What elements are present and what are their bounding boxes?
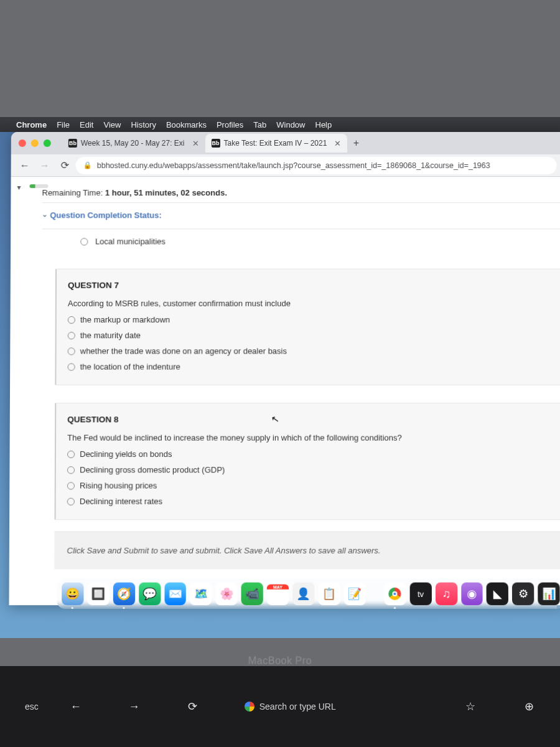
option-b[interactable]: Declining gross domestic product (GDP) <box>67 462 551 477</box>
tab-label: Take Test: Exit Exam IV – 2021 <box>223 139 327 148</box>
close-tab-icon[interactable]: ✕ <box>330 139 341 148</box>
option-label: Declining interest rates <box>80 497 162 506</box>
option-label: the location of the indenture <box>80 362 180 372</box>
tab-label: Week 15, May 20 - May 27: Exi <box>81 139 185 148</box>
close-window-button[interactable] <box>19 139 26 147</box>
option-b[interactable]: the maturity date <box>68 327 550 343</box>
radio-input[interactable] <box>67 482 75 489</box>
option-label: Rising housing prices <box>80 481 157 490</box>
shortcuts-icon[interactable]: ◣ <box>487 583 508 606</box>
tab-bar: Bb Week 15, May 20 - May 27: Exi ✕ Bb Ta… <box>11 132 560 154</box>
google-icon <box>245 702 254 712</box>
option-a[interactable]: the markup or markdown <box>68 312 550 327</box>
radio-input[interactable] <box>68 363 75 370</box>
menu-edit[interactable]: Edit <box>80 120 93 129</box>
question-completion-status[interactable]: Question Completion Status: <box>42 203 560 229</box>
radio-input[interactable] <box>67 450 75 458</box>
macos-dock: 😀 🔲 🧭 💬 ✉️ 🗺️ 🌸 📹 MAY 27 👤 📋 📝 tv ♫ ◉ ◣ … <box>57 579 560 609</box>
system-settings-icon[interactable]: ⚙︎ <box>512 583 534 606</box>
maps-icon[interactable]: 🗺️ <box>190 583 212 606</box>
menu-bookmarks[interactable]: Bookmarks <box>166 120 207 129</box>
podcasts-icon[interactable]: ◉ <box>461 583 483 606</box>
music-icon[interactable]: ♫ <box>436 583 457 606</box>
option-label: Local municipalities <box>95 237 166 246</box>
menu-help[interactable]: Help <box>315 120 332 129</box>
reload-button[interactable]: ⟳ <box>56 157 73 174</box>
chrome-icon[interactable] <box>384 583 406 606</box>
mail-icon[interactable]: ✉️ <box>164 583 186 606</box>
browser-tab-2[interactable]: Bb Take Test: Exit Exam IV – 2021 ✕ <box>205 134 347 153</box>
radio-input[interactable] <box>67 466 75 474</box>
option-label: Declining gross domestic product (GDP) <box>80 465 225 474</box>
maximize-window-button[interactable] <box>44 139 51 147</box>
menu-history[interactable]: History <box>131 120 156 129</box>
page-content: ▾ Remaining Time: 1 hour, 51 minutes, 02… <box>9 177 560 605</box>
numbers-icon[interactable]: 📊 <box>538 583 559 606</box>
messages-icon[interactable]: 💬 <box>139 583 161 606</box>
omnibox[interactable]: 🔒 bbhosted.cuny.edu/webapps/assessment/t… <box>76 157 557 174</box>
finder-icon[interactable]: 😀 <box>62 583 83 606</box>
question-stem: The Fed would be inclined to increase th… <box>67 433 550 443</box>
question-header: QUESTION 8 <box>67 415 550 424</box>
radio-input[interactable] <box>68 347 75 355</box>
safari-icon[interactable]: 🧭 <box>113 583 135 606</box>
touchbar-star-icon[interactable]: ☆ <box>458 700 483 713</box>
question-8: QUESTION 8 The Fed would be inclined to … <box>55 403 560 520</box>
forward-button[interactable]: → <box>36 157 54 174</box>
url-text: bbhosted.cuny.edu/webapps/assessment/tak… <box>97 161 490 170</box>
reminders-icon[interactable]: 📋 <box>318 583 340 606</box>
touchbar-search[interactable]: Search or type URL <box>238 702 425 712</box>
option-label: whether the trade was done on an agency … <box>80 346 287 355</box>
esc-key[interactable]: esc <box>25 702 39 712</box>
favicon-bb-icon: Bb <box>211 139 220 148</box>
touchbar-search-label: Search or type URL <box>259 702 336 712</box>
calendar-day: 27 <box>272 590 283 603</box>
laptop-label: MacBook Pro <box>248 655 312 667</box>
menu-window[interactable]: Window <box>276 120 305 129</box>
app-name[interactable]: Chrome <box>16 120 47 129</box>
macos-menubar: Chrome File Edit View History Bookmarks … <box>0 117 560 132</box>
close-tab-icon[interactable]: ✕ <box>188 139 198 148</box>
radio-input[interactable] <box>68 316 75 323</box>
question-stem: According to MSRB rules, customer confir… <box>68 299 549 308</box>
browser-tab-1[interactable]: Bb Week 15, May 20 - May 27: Exi ✕ <box>62 134 205 153</box>
lock-icon: 🔒 <box>83 161 92 169</box>
radio-icon[interactable] <box>80 238 88 245</box>
touchbar-newtab-icon[interactable]: ⊕ <box>516 700 541 713</box>
calendar-icon[interactable]: MAY 27 <box>267 583 289 606</box>
menu-view[interactable]: View <box>103 120 121 129</box>
option-label: the maturity date <box>80 331 141 340</box>
question-7: QUESTION 7 According to MSRB rules, cust… <box>55 269 560 385</box>
menu-tab[interactable]: Tab <box>253 120 266 129</box>
appletv-icon[interactable]: tv <box>409 583 431 606</box>
previous-question-option[interactable]: Local municipalities <box>67 232 560 251</box>
minimize-window-button[interactable] <box>31 139 39 147</box>
radio-input[interactable] <box>67 497 75 505</box>
question-header: QUESTION 7 <box>68 281 549 290</box>
favicon-bb-icon: Bb <box>68 139 77 148</box>
disclosure-icon[interactable]: ▾ <box>17 183 27 193</box>
option-d[interactable]: Declining interest rates <box>67 494 551 509</box>
option-label: Declining yields on bonds <box>80 449 172 459</box>
option-a[interactable]: Declining yields on bonds <box>67 446 550 462</box>
option-c[interactable]: Rising housing prices <box>67 477 551 493</box>
notes-icon[interactable]: 📝 <box>343 583 365 606</box>
window-controls <box>19 139 51 147</box>
menu-profiles[interactable]: Profiles <box>217 120 243 129</box>
contacts-icon[interactable]: 👤 <box>292 583 314 606</box>
launchpad-icon[interactable]: 🔲 <box>87 583 109 606</box>
option-d[interactable]: the location of the indenture <box>68 359 550 374</box>
menu-file[interactable]: File <box>57 120 70 129</box>
touchbar-back-icon[interactable]: ← <box>63 700 88 713</box>
new-tab-button[interactable]: + <box>347 138 365 149</box>
back-button[interactable]: ← <box>16 157 34 174</box>
touchbar-reload-icon[interactable]: ⟳ <box>180 700 205 713</box>
radio-input[interactable] <box>68 332 75 339</box>
touchbar-forward-icon[interactable]: → <box>121 700 146 713</box>
facetime-icon[interactable]: 📹 <box>241 583 263 606</box>
photos-icon[interactable]: 🌸 <box>215 583 237 606</box>
option-label: the markup or markdown <box>80 315 170 324</box>
option-c[interactable]: whether the trade was done on an agency … <box>68 343 550 359</box>
keyboard-strip: esc ← → ⟳ Search or type URL ☆ ⊕ <box>0 666 560 747</box>
address-bar: ← → ⟳ 🔒 bbhosted.cuny.edu/webapps/assess… <box>11 154 560 177</box>
